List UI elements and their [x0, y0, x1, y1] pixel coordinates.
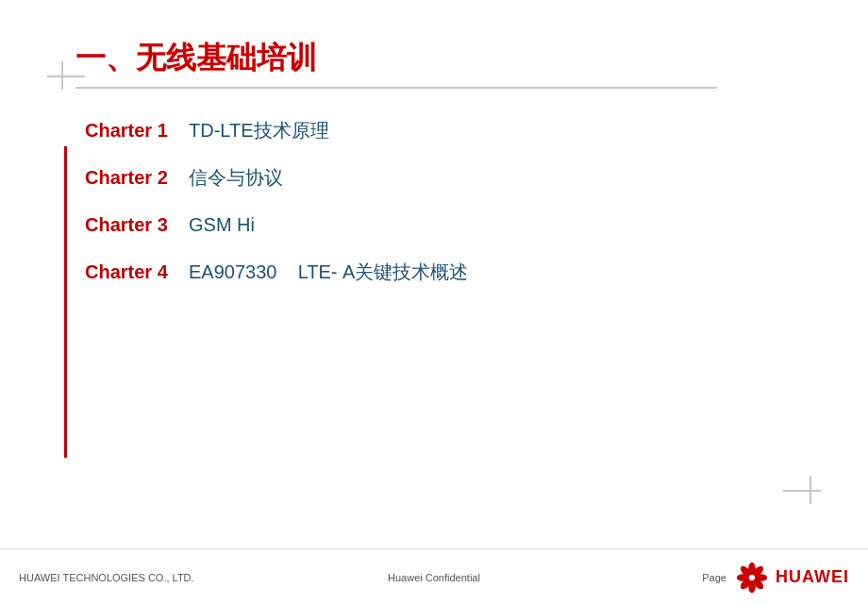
slide-container: 一、无线基础培训 Charter 1 TD-LTE技术原理 Charter 2 … — [0, 0, 868, 605]
charter-4-en: EA907330 LTE- — [189, 261, 342, 282]
charter-1-label: Charter 1 — [85, 117, 189, 143]
charter-item-2: Charter 2 信令与协议 — [85, 164, 793, 191]
footer-confidential: Huawei Confidential — [295, 572, 572, 583]
cross-top-left-decoration — [47, 76, 85, 77]
footer-company: HUAWEI TECHNOLOGIES CO., LTD. — [19, 572, 295, 583]
footer-page-label: Page — [702, 572, 726, 583]
charter-4-label: Charter 4 — [85, 259, 189, 285]
cross-bottom-right-decoration — [783, 490, 821, 492]
charter-2-content: 信令与协议 — [189, 164, 283, 191]
charter-2-cn: 信令与协议 — [189, 167, 283, 188]
charter-3-content: GSM Hi — [189, 211, 255, 238]
main-title: 一、无线基础培训 — [75, 38, 793, 79]
huawei-logo: HUAWEI — [734, 560, 849, 596]
charter-4-content: EA907330 LTE- A关键技术概述 — [189, 259, 468, 285]
title-section: 一、无线基础培训 — [75, 38, 793, 89]
charter-3-en: GSM Hi — [189, 214, 255, 235]
title-underline — [75, 87, 717, 89]
charter-1-en: TD-LTE — [189, 120, 254, 141]
charter-1-content: TD-LTE技术原理 — [189, 117, 329, 143]
huawei-brand-text: HUAWEI — [776, 567, 849, 587]
charter-item-1: Charter 1 TD-LTE技术原理 — [85, 117, 793, 143]
slide-footer: HUAWEI TECHNOLOGIES CO., LTD. Huawei Con… — [0, 548, 868, 605]
charter-item-3: Charter 3 GSM Hi — [85, 211, 793, 238]
left-accent-line — [64, 146, 67, 458]
charter-1-cn: 技术原理 — [254, 120, 329, 141]
slide-main: 一、无线基础培训 Charter 1 TD-LTE技术原理 Charter 2 … — [0, 0, 868, 548]
footer-right: Page — [573, 560, 849, 596]
charter-3-label: Charter 3 — [85, 211, 189, 238]
charter-4-cn: A关键技术概述 — [342, 261, 468, 282]
huawei-flower-icon — [734, 560, 770, 596]
charter-list: Charter 1 TD-LTE技术原理 Charter 2 信令与协议 Cha… — [85, 117, 793, 285]
charter-2-label: Charter 2 — [85, 164, 189, 191]
charter-item-4: Charter 4 EA907330 LTE- A关键技术概述 — [85, 259, 793, 285]
